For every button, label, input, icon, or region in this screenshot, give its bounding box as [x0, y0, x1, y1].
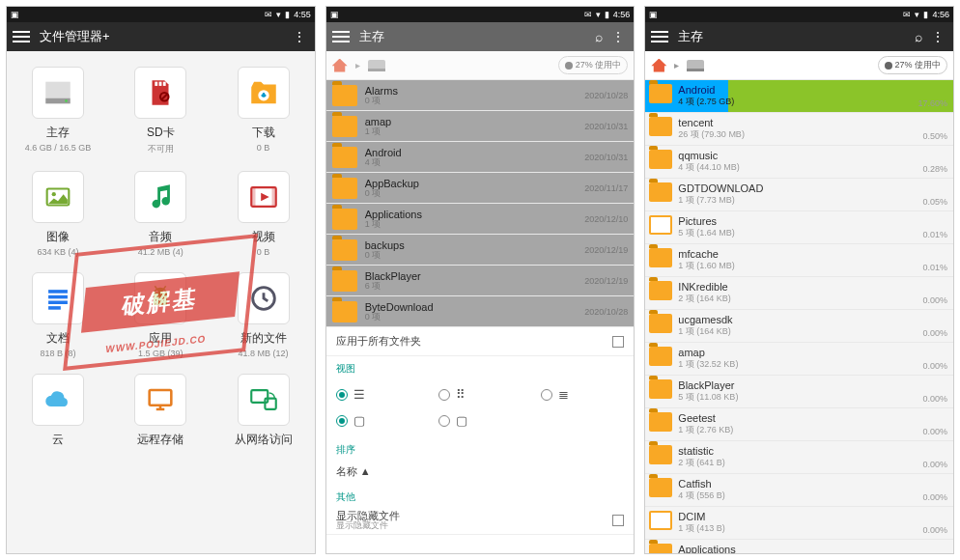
folder-row[interactable]: ucgamesdk1 项 (164 KB)0.00% — [645, 310, 953, 343]
hidden-files-row[interactable]: 显示隐藏文件 显示隐藏文件 — [326, 506, 635, 535]
folder-row[interactable]: mfcache1 项 (1.60 MB)0.01% — [645, 244, 953, 277]
disk-icon[interactable] — [687, 60, 704, 71]
chat-icon: ✉ — [584, 10, 592, 19]
folder-row[interactable]: tencent26 项 (79.30 MB)0.50% — [645, 113, 953, 146]
battery-icon: ▮ — [923, 10, 928, 19]
folder-row[interactable]: BlackPlayer5 项 (11.08 KB)0.00% — [645, 376, 953, 408]
overflow-icon[interactable]: ⋮ — [290, 29, 309, 44]
tile-apk[interactable]: 应用1.5 GB (39) — [109, 265, 212, 366]
view-gallery-a[interactable]: ▢ — [326, 407, 429, 434]
folder-icon — [649, 347, 672, 366]
folder-row[interactable]: backups0 项2020/12/19 — [326, 235, 635, 266]
folder-row[interactable]: INKredible2 项 (164 KB)0.00% — [645, 277, 953, 310]
wifi-icon: ▾ — [276, 10, 281, 19]
sort-section-head: 排序 — [326, 437, 635, 459]
tile-sub: 0 B — [257, 247, 270, 257]
lan-icon — [238, 374, 290, 426]
view-list[interactable]: ☰ — [326, 381, 429, 407]
tile-music[interactable]: 音频41.2 MB (4) — [109, 163, 212, 265]
checkbox[interactable] — [612, 515, 624, 526]
search-icon[interactable]: ⌕ — [909, 29, 928, 44]
folder-row[interactable]: GDTDOWNLOAD1 项 (7.73 MB)0.05% — [645, 179, 953, 211]
menu-icon[interactable] — [13, 31, 30, 42]
chat-icon: ✉ — [903, 10, 911, 19]
tile-label: 应用 — [149, 330, 172, 347]
folder-row[interactable]: amap1 项 (32.52 KB)0.00% — [645, 343, 953, 376]
disk-icon — [32, 67, 84, 119]
folder-row[interactable]: BlackPlayer6 项2020/12/19 — [326, 266, 635, 296]
tile-clock[interactable]: 新的文件41.8 MB (12) — [212, 265, 314, 366]
folder-row[interactable]: ByteDownload0 项2020/10/28 — [326, 296, 635, 327]
tile-label: 主存 — [46, 125, 70, 141]
folder-icon — [332, 270, 357, 292]
folder-row[interactable]: Catfish4 项 (556 B)0.00% — [645, 474, 953, 507]
folder-row[interactable]: Android4 项2020/10/31 — [326, 142, 635, 173]
tile-doc[interactable]: 文档818 B (8) — [7, 265, 109, 366]
disk-icon[interactable] — [368, 60, 385, 71]
menu-icon[interactable] — [332, 31, 350, 42]
folder-icon — [332, 178, 357, 199]
radio-icon — [541, 389, 552, 401]
svg-rect-13 — [271, 187, 275, 207]
chevron-right-icon: ▸ — [355, 60, 360, 70]
overflow-icon[interactable]: ⋮ — [928, 29, 947, 44]
radio-icon — [438, 389, 450, 401]
tile-image[interactable]: 图像634 KB (4) — [7, 163, 109, 265]
folder-row[interactable]: Applications1 项2020/12/10 — [326, 204, 635, 235]
tile-sub: 不可用 — [148, 143, 174, 155]
folder-row[interactable]: qqmusic4 项 (44.10 MB)0.28% — [645, 146, 953, 179]
storage-list-body[interactable]: Android 4 项 (2.75 GB) 17.60% tencent26 项… — [645, 80, 953, 553]
folder-status-icon: ▣ — [11, 10, 19, 19]
tile-video[interactable]: 视频0 B — [212, 163, 314, 265]
sort-value[interactable]: 名称 ▲ — [326, 459, 635, 485]
tile-lan[interactable]: 从网络访问 — [212, 366, 314, 458]
folder-row[interactable]: Pictures5 项 (1.64 MB)0.01% — [645, 211, 953, 244]
usage-badge[interactable]: 27% 使用中 — [878, 56, 948, 74]
overflow-icon[interactable]: ⋮ — [608, 29, 628, 44]
tile-label: 音频 — [149, 229, 172, 245]
tile-download[interactable]: 下载0 B — [212, 59, 314, 163]
view-grid[interactable]: ⠿ — [429, 381, 531, 407]
tile-cloud[interactable]: 云 — [7, 366, 109, 458]
status-bar: ▣ ✉ ▾ ▮ 4:55 — [7, 7, 315, 22]
folder-icon — [649, 314, 672, 333]
apply-all-row[interactable]: 应用于所有文件夹 — [326, 327, 635, 356]
tile-disk[interactable]: 主存4.6 GB / 16.5 GB — [7, 59, 109, 163]
doc-icon — [32, 272, 84, 324]
music-icon — [134, 171, 186, 223]
home-icon[interactable] — [651, 59, 666, 72]
chevron-right-icon: ▸ — [674, 60, 679, 70]
view-detail[interactable]: ≣ — [531, 381, 634, 407]
wifi-icon: ▾ — [915, 10, 919, 19]
tile-label: 云 — [52, 432, 64, 448]
folder-icon — [649, 182, 672, 202]
tile-sd[interactable]: SD卡不可用 — [109, 59, 212, 163]
folder-icon — [649, 412, 672, 432]
tile-sub: 0 B — [257, 143, 270, 153]
app-title: 主存 — [678, 28, 909, 45]
search-icon[interactable]: ⌕ — [589, 29, 608, 44]
svg-rect-12 — [251, 187, 255, 207]
tile-label: 视频 — [252, 229, 275, 245]
folder-row[interactable]: Applications1 项 (259 B)0.00% — [645, 540, 953, 553]
folder-icon — [649, 84, 672, 103]
folder-row[interactable]: AppBackup0 项2020/11/17 — [326, 173, 635, 204]
folder-row[interactable]: Geetest1 项 (2.76 KB)0.00% — [645, 408, 953, 441]
folder-row[interactable]: DCIM1 项 (413 B)0.00% — [645, 507, 953, 540]
folder-row[interactable]: statistic2 项 (641 B)0.00% — [645, 441, 953, 474]
svg-point-10 — [52, 192, 56, 196]
menu-icon[interactable] — [651, 31, 668, 42]
folder-row[interactable]: amap1 项2020/10/31 — [326, 111, 635, 142]
status-bar: ▣ ✉ ▾ ▮ 4:56 — [645, 7, 953, 22]
tile-label: 远程存储 — [137, 432, 184, 448]
home-icon[interactable] — [332, 59, 348, 72]
phone-1: ▣ ✉ ▾ ▮ 4:55 文件管理器+ ⋮ 主存4.6 GB / 16.5 GB… — [6, 6, 316, 554]
folder-row[interactable]: Alarms0 项2020/10/28 — [326, 80, 635, 111]
view-gallery-b[interactable]: ▢ — [429, 407, 531, 434]
tile-monitor[interactable]: 远程存储 — [109, 366, 212, 458]
folder-icon — [332, 85, 357, 106]
checkbox[interactable] — [612, 336, 624, 348]
view-options-sheet: 应用于所有文件夹 视图 ☰ ⠿ ≣ ▢ ▢ 排序 名称 ▲ 其他 显示隐藏 — [326, 327, 635, 535]
usage-badge[interactable]: 27% 使用中 — [558, 56, 629, 74]
folder-row-hero[interactable]: Android 4 项 (2.75 GB) 17.60% — [645, 80, 953, 113]
